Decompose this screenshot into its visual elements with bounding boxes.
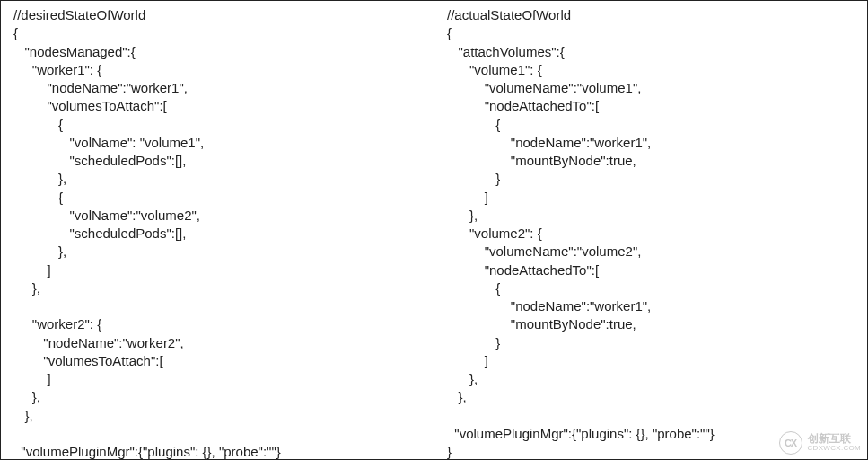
code-line: { bbox=[447, 116, 855, 134]
code-line: //actualStateOfWorld bbox=[447, 6, 855, 24]
code-line: "mountByNode":true, bbox=[447, 152, 855, 170]
code-line: { bbox=[447, 279, 855, 297]
code-line: { bbox=[447, 24, 855, 42]
code-line: ] bbox=[447, 189, 855, 207]
code-line: "volumeName":"volume1", bbox=[447, 79, 855, 97]
code-line: ] bbox=[13, 370, 421, 388]
code-line: "nodesManaged":{ bbox=[13, 43, 421, 61]
code-line: "attachVolumes":{ bbox=[447, 43, 855, 61]
code-line: ] bbox=[13, 261, 421, 279]
code-line: "nodeAttachedTo":[ bbox=[447, 261, 855, 279]
code-line: } bbox=[447, 334, 855, 352]
code-line: }, bbox=[13, 170, 421, 188]
code-line: "volumesToAttach":[ bbox=[13, 352, 421, 370]
code-line: "volumePluginMgr":{"plugins": {}, "probe… bbox=[13, 443, 421, 459]
code-line: }, bbox=[13, 279, 421, 297]
code-line: //desiredStateOfWorld bbox=[13, 6, 421, 24]
code-line: ] bbox=[447, 352, 855, 370]
code-line: "mountByNode":true, bbox=[447, 315, 855, 333]
watermark-brand-url: CDXWCX.COM bbox=[808, 445, 861, 453]
code-line: "nodeName":"worker1", bbox=[447, 134, 855, 152]
code-line: "worker2": { bbox=[13, 315, 421, 333]
code-line bbox=[13, 297, 421, 315]
code-comparison-container: //desiredStateOfWorld{ "nodesManaged":{ … bbox=[0, 0, 868, 460]
watermark: CX 创新互联 CDXWCX.COM bbox=[779, 431, 861, 455]
code-line: "volume2": { bbox=[447, 225, 855, 243]
code-line: "volumeName":"volume2", bbox=[447, 243, 855, 261]
code-line: "volName": "volume1", bbox=[13, 134, 421, 152]
code-line: }, bbox=[13, 407, 421, 425]
watermark-text: 创新互联 CDXWCX.COM bbox=[808, 433, 861, 453]
code-line: }, bbox=[447, 207, 855, 225]
code-line: "nodeAttachedTo":[ bbox=[447, 97, 855, 115]
code-line: "nodeName":"worker1", bbox=[447, 297, 855, 315]
right-panel-actual-state: //actualStateOfWorld{ "attachVolumes":{ … bbox=[434, 1, 867, 459]
code-line: "volumesToAttach":[ bbox=[13, 97, 421, 115]
code-line: }, bbox=[13, 388, 421, 406]
code-line: }, bbox=[447, 370, 855, 388]
code-line: { bbox=[13, 189, 421, 207]
code-line bbox=[447, 407, 855, 425]
code-line: }, bbox=[13, 243, 421, 261]
code-line: }, bbox=[447, 388, 855, 406]
watermark-logo-icon: CX bbox=[779, 431, 802, 455]
code-line: "volume1": { bbox=[447, 61, 855, 79]
code-line: "worker1": { bbox=[13, 61, 421, 79]
code-line: { bbox=[13, 24, 421, 42]
code-line: "volName":"volume2", bbox=[13, 207, 421, 225]
left-panel-desired-state: //desiredStateOfWorld{ "nodesManaged":{ … bbox=[1, 1, 434, 459]
code-line: "scheduledPods":[], bbox=[13, 152, 421, 170]
code-line: } bbox=[447, 170, 855, 188]
code-line bbox=[13, 425, 421, 443]
code-line: { bbox=[13, 116, 421, 134]
code-line: "nodeName":"worker1", bbox=[13, 79, 421, 97]
code-line: "nodeName":"worker2", bbox=[13, 334, 421, 352]
code-line: "scheduledPods":[], bbox=[13, 225, 421, 243]
